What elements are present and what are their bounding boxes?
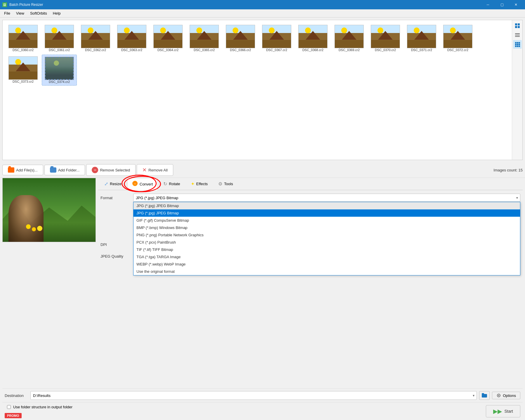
convert-icon: ↔	[132, 181, 138, 188]
list-view-button[interactable]	[513, 31, 522, 39]
format-option-png[interactable]: PNG (*.png) Portable Network Graphics	[134, 231, 520, 239]
format-option-tif[interactable]: TIF (*.tif) TIFF Bitmap	[134, 246, 520, 253]
bottom-panel: ⤢ Resize ↔ Convert ↻ Rota	[0, 178, 525, 388]
remove-selected-button[interactable]: − Remove Selected	[86, 164, 136, 176]
svg-rect-15	[519, 46, 520, 47]
file-name: DSC_0360.cr2	[13, 48, 34, 52]
add-file-icon	[8, 167, 14, 173]
selection-overlay	[45, 57, 74, 80]
svg-rect-14	[517, 46, 518, 47]
svg-point-21	[498, 395, 499, 396]
preview-area	[2, 178, 96, 388]
list-item[interactable]: DSC_0360.cr2	[6, 23, 41, 53]
file-name: DSC_0373.cr2	[13, 80, 34, 83]
svg-rect-19	[482, 393, 484, 395]
file-name: DSC_0368.cr2	[302, 48, 323, 52]
svg-rect-8	[517, 42, 518, 44]
minimize-button[interactable]: ─	[481, 0, 495, 9]
rotate-icon: ↻	[163, 181, 167, 187]
destination-section: Destination ▼ Options	[2, 388, 523, 420]
destination-input-wrapper: ▼	[30, 391, 477, 400]
tab-resize[interactable]: ⤢ Resize	[99, 178, 127, 189]
list-item[interactable]: DSC_0369.cr2	[332, 23, 367, 53]
images-count: Images count: 15	[493, 168, 523, 172]
file-name: DSC_0372.cr2	[447, 48, 468, 52]
remove-all-button[interactable]: ✕ Remove All	[137, 164, 173, 176]
svg-rect-9	[519, 42, 520, 44]
maximize-button[interactable]: ▢	[495, 0, 509, 9]
add-files-button[interactable]: Add File(s)...	[2, 165, 43, 175]
file-thumbnail	[443, 25, 472, 48]
destination-input[interactable]	[30, 391, 477, 400]
promo-badge: PROMO	[5, 413, 75, 418]
start-button[interactable]: ▶▶ Start	[486, 405, 520, 417]
format-option-pcx[interactable]: PCX (*.pcx) PaintBrush	[134, 239, 520, 246]
file-name: DSC_0367.cr2	[266, 48, 287, 52]
format-option-gif[interactable]: GIF (*.gif) CompuServe Bitmap	[134, 217, 520, 224]
format-option-jpg-header[interactable]: JPG (*.jpg) JPEG Bitmap	[134, 202, 520, 209]
file-thumbnail	[45, 57, 74, 80]
tab-tools[interactable]: ⚙ Tools	[213, 178, 238, 189]
destination-dropdown-arrow: ▼	[472, 394, 475, 397]
add-folder-button[interactable]: Add Folder...	[44, 165, 85, 175]
list-item[interactable]: DSC_0373.cr2	[6, 55, 41, 86]
list-item[interactable]: DSC_0367.cr2	[259, 23, 294, 53]
file-toolbar: Add File(s)... Add Folder... − Remove Se…	[0, 162, 525, 178]
file-thumbnail	[8, 56, 38, 80]
close-button[interactable]: ✕	[509, 0, 523, 9]
menu-view[interactable]: View	[13, 10, 27, 17]
folder-structure-check: Use folder structure in output folder	[5, 405, 75, 412]
main-container: DSC_0360.cr2 DSC_0361.cr2	[0, 18, 525, 420]
file-thumbnail	[407, 25, 436, 48]
svg-rect-2	[515, 26, 517, 28]
format-option-jpg[interactable]: JPG (*.jpg) JPEG Bitmap	[134, 209, 520, 217]
file-name: DSC_0374.cr2	[49, 80, 70, 84]
remove-all-icon: ✕	[142, 167, 147, 173]
file-grid[interactable]: DSC_0360.cr2 DSC_0361.cr2	[3, 20, 512, 160]
format-option-webp[interactable]: WEBP (*.webp) WebP Image	[134, 261, 520, 268]
list-item[interactable]: DSC_0366.cr2	[223, 23, 258, 53]
menu-file[interactable]: File	[1, 10, 13, 17]
options-button[interactable]: Options	[492, 392, 520, 399]
grid-view-button[interactable]	[513, 40, 522, 49]
browse-destination-button[interactable]	[479, 391, 490, 400]
file-name: DSC_0366.cr2	[230, 48, 251, 52]
list-item[interactable]: DSC_0362.cr2	[78, 23, 113, 53]
list-item[interactable]: DSC_0368.cr2	[295, 23, 330, 53]
svg-rect-7	[515, 42, 517, 44]
add-folder-icon	[50, 167, 56, 173]
file-thumbnail	[371, 25, 400, 48]
format-option-bmp[interactable]: BMP (*.bmp) Windows Bitmap	[134, 224, 520, 231]
app-title: Batch Picture Resizer	[9, 3, 43, 7]
svg-rect-1	[518, 23, 520, 25]
list-item[interactable]: DSC_0364.cr2	[150, 23, 186, 53]
format-option-original[interactable]: Use the original format	[134, 268, 520, 275]
list-item[interactable]: DSC_0371.cr2	[404, 23, 439, 53]
convert-form: Format ▼ JPG (*.jpg) JPEG Bitmap JPG (*.…	[98, 190, 523, 264]
list-item[interactable]: DSC_0370.cr2	[368, 23, 403, 53]
bottom-actions: Use folder structure in output folder PR…	[2, 402, 523, 420]
list-item[interactable]: DSC_0374.cr2	[42, 55, 77, 86]
menu-softorbits[interactable]: SoftOrbits	[27, 10, 50, 17]
list-item[interactable]: DSC_0365.cr2	[187, 23, 222, 53]
tab-effects[interactable]: ✦ Effects	[186, 178, 213, 189]
menu-help[interactable]: Help	[50, 10, 64, 17]
svg-rect-3	[518, 26, 520, 28]
file-thumbnail	[81, 25, 110, 48]
list-item[interactable]: DSC_0361.cr2	[42, 23, 77, 53]
image-preview	[2, 178, 96, 242]
window-controls: ─ ▢ ✕	[481, 0, 523, 9]
tab-rotate[interactable]: ↻ Rotate	[158, 178, 185, 189]
format-select[interactable]	[133, 194, 520, 202]
list-item[interactable]: DSC_0372.cr2	[440, 23, 475, 53]
large-icons-view-button[interactable]	[513, 21, 522, 30]
svg-rect-12	[519, 44, 520, 45]
app-icon: 🖼	[2, 2, 7, 7]
tab-convert[interactable]: ↔ Convert	[127, 178, 158, 190]
folder-structure-checkbox[interactable]	[7, 405, 11, 409]
svg-rect-5	[515, 35, 520, 35]
file-thumbnail	[335, 25, 364, 48]
list-item[interactable]: DSC_0363.cr2	[114, 23, 149, 53]
format-option-tga[interactable]: TGA (*.tga) TARGA Image	[134, 253, 520, 261]
file-thumbnail	[298, 25, 328, 48]
